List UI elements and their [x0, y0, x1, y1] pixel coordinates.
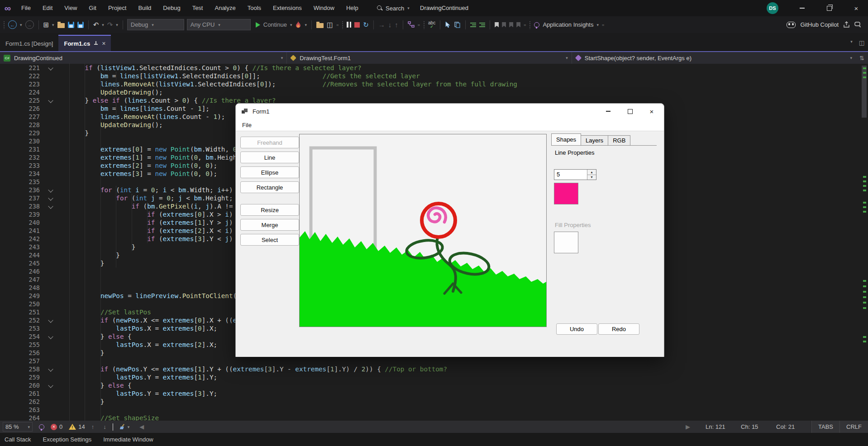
code-cleanup-icon[interactable] — [119, 424, 125, 430]
project-dropdown[interactable]: C# DrawingContinued ▾ — [0, 52, 287, 64]
form-menu-file[interactable]: File — [238, 122, 256, 128]
chevron-down-icon[interactable]: ▾ — [52, 23, 54, 27]
parallel-stacks-icon[interactable] — [408, 21, 415, 28]
open-file-button[interactable] — [57, 23, 65, 28]
float-window-icon[interactable]: ◫ — [859, 39, 864, 46]
restore-button[interactable] — [819, 0, 839, 16]
fold-chevron-icon[interactable] — [48, 334, 53, 339]
avatar[interactable]: DS — [767, 2, 778, 14]
tab-rgb[interactable]: RGB — [608, 135, 630, 145]
menu-window[interactable]: Window — [308, 0, 340, 16]
fold-chevron-icon[interactable] — [48, 383, 53, 388]
chevron-down-icon[interactable]: ▾ — [20, 23, 22, 27]
format-selection-icon[interactable] — [479, 23, 485, 27]
menu-help[interactable]: Help — [340, 0, 364, 16]
next-issue-icon[interactable]: ↓ — [103, 423, 106, 430]
toolbar-overflow-icon[interactable]: = — [602, 23, 604, 27]
chevron-down-icon[interactable]: ▾ — [290, 23, 292, 27]
share-icon[interactable] — [843, 21, 850, 28]
menu-edit[interactable]: Edit — [37, 0, 58, 16]
warning-count[interactable]: 14 — [69, 423, 85, 430]
clear-bookmarks-icon[interactable] — [516, 22, 520, 28]
editor-scrollbar[interactable] — [860, 64, 868, 421]
minimize-button[interactable] — [792, 0, 812, 16]
pin-icon[interactable] — [94, 41, 98, 46]
menu-analyze[interactable]: Analyze — [209, 0, 241, 16]
line-color-swatch[interactable] — [554, 183, 578, 204]
rectangle-tool-button[interactable]: Rectangle — [240, 181, 299, 193]
drawing-canvas[interactable] — [299, 134, 547, 327]
toggle-bookmark-icon[interactable] — [495, 22, 499, 28]
toolbar-grip[interactable] — [342, 21, 343, 29]
line-ending-indicator[interactable]: CRLF — [839, 421, 868, 433]
chevron-down-icon[interactable]: ▾ — [596, 23, 599, 27]
member-dropdown[interactable]: StartShape(object? sender, EventArgs e) … — [572, 52, 856, 64]
new-project-button[interactable]: ⊞ — [43, 21, 49, 29]
redo-button[interactable]: ↷ — [107, 21, 113, 29]
toolbar-grip[interactable] — [423, 21, 425, 29]
close-tab-icon[interactable]: × — [102, 40, 105, 47]
form-minimize-button[interactable] — [598, 104, 619, 119]
fold-chevron-icon[interactable] — [48, 366, 53, 371]
form-maximize-button[interactable] — [620, 104, 640, 119]
char-indicator[interactable]: Ch: 15 — [741, 423, 776, 430]
column-indicator[interactable]: Col: 21 — [776, 423, 811, 430]
tab-layers[interactable]: Layers — [581, 135, 608, 145]
tab-list-caret-icon[interactable]: ▾ — [850, 39, 853, 46]
close-button[interactable]: × — [846, 0, 867, 16]
fold-chevron-icon[interactable] — [48, 195, 53, 200]
menu-test[interactable]: Test — [186, 0, 209, 16]
step-into-button[interactable]: ↓ — [388, 21, 392, 28]
menu-build[interactable]: Build — [132, 0, 157, 16]
tab-form1-design[interactable]: Form1.cs [Design] — [0, 36, 58, 51]
tab-shapes[interactable]: Shapes — [551, 133, 581, 145]
undo-button[interactable]: ↶ — [93, 21, 99, 29]
ellipse-tool-button[interactable]: Ellipse — [240, 166, 299, 178]
line-tool-button[interactable]: Line — [240, 152, 299, 163]
navigate-back-button[interactable]: ← — [8, 20, 17, 29]
chevron-down-icon[interactable]: ▾ — [128, 425, 130, 429]
error-count[interactable]: × 0 — [51, 423, 62, 430]
solution-configuration-dropdown[interactable]: Debug▾ — [127, 19, 184, 30]
spell-check-icon[interactable]: abc✓ — [428, 21, 435, 28]
github-copilot-button[interactable]: GitHub Copilot — [800, 21, 839, 28]
fold-chevron-icon[interactable] — [48, 98, 53, 103]
application-insights-dropdown[interactable]: Application Insights — [543, 21, 593, 28]
copy-guides-icon[interactable] — [454, 21, 461, 28]
tab-form1-cs[interactable]: Form1.cs × — [58, 35, 111, 51]
tab-immediate-window[interactable]: Immediate Window — [103, 436, 153, 443]
application-window-icon[interactable]: ◫ — [327, 21, 333, 29]
menu-debug[interactable]: Debug — [157, 0, 186, 16]
toolbar-overflow-icon[interactable]: = — [418, 23, 420, 27]
resize-tool-button[interactable]: Resize — [240, 204, 299, 216]
fold-chevron-icon[interactable] — [48, 204, 53, 209]
chevron-down-icon[interactable]: ▾ — [102, 23, 104, 27]
menu-file[interactable]: File — [15, 0, 37, 16]
format-document-icon[interactable] — [470, 23, 476, 27]
merge-tool-button[interactable]: Merge — [240, 219, 299, 231]
type-dropdown[interactable]: DrawingTest.Form1 ▾ — [287, 52, 572, 64]
fold-chevron-icon[interactable] — [48, 318, 53, 323]
chevron-down-icon[interactable]: ▾ — [116, 23, 118, 27]
toolbar-grip[interactable] — [3, 21, 5, 29]
toolbar-overflow-icon[interactable]: = — [524, 23, 526, 27]
save-all-button[interactable] — [77, 22, 84, 28]
select-tool-button[interactable]: Select — [240, 234, 299, 246]
save-button[interactable] — [68, 22, 74, 28]
previous-bookmark-icon[interactable] — [502, 22, 506, 28]
chevron-down-icon[interactable]: ▾ — [305, 23, 307, 27]
stepper-down-icon[interactable]: ▼ — [587, 175, 596, 180]
menu-extensions[interactable]: Extensions — [267, 0, 308, 16]
watch-folder-icon[interactable] — [316, 23, 324, 28]
line-width-stepper[interactable]: 5 ▲ ▼ — [554, 169, 596, 180]
scroll-right-icon[interactable]: ▶ — [686, 423, 690, 430]
tab-exception-settings[interactable]: Exception Settings — [43, 436, 92, 443]
stop-debugging-button[interactable] — [354, 22, 360, 28]
copilot-chat-icon[interactable] — [854, 21, 862, 28]
redo-button-form[interactable]: Redo — [598, 323, 639, 335]
solution-platform-dropdown[interactable]: Any CPU▾ — [187, 19, 251, 30]
freehand-tool-button[interactable]: Freehand — [240, 137, 299, 148]
menu-project[interactable]: Project — [102, 0, 132, 16]
step-out-button[interactable]: ↑ — [395, 21, 398, 28]
tab-call-stack[interactable]: Call Stack — [5, 436, 31, 443]
